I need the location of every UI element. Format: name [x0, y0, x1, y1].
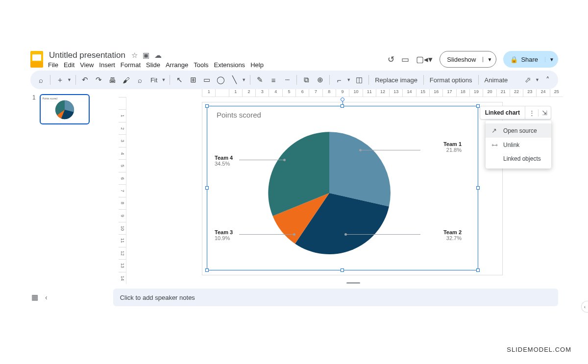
unlink-chain-icon: ⧟: [491, 141, 498, 148]
star-icon[interactable]: ☆: [131, 51, 138, 60]
line-icon[interactable]: ╲: [229, 73, 240, 86]
slide-thumbnail[interactable]: Points scored: [40, 94, 90, 124]
collapse-icon[interactable]: ˄: [542, 73, 553, 86]
comment-add-icon[interactable]: ⊕: [315, 73, 325, 86]
zoom-select[interactable]: Fit: [148, 76, 159, 84]
rotate-handle[interactable]: [341, 97, 344, 101]
slideshow-dropdown[interactable]: ▼: [483, 57, 496, 62]
menu-slide[interactable]: Slide: [146, 61, 160, 69]
border-color-icon[interactable]: ✎: [254, 73, 265, 86]
crop-icon[interactable]: ⌐: [334, 73, 344, 86]
menu-help[interactable]: Help: [250, 61, 264, 69]
menu-unlink[interactable]: ⧟Unlink: [486, 138, 551, 152]
slides-logo[interactable]: [30, 51, 43, 68]
more-icon[interactable]: ⋮: [525, 109, 538, 117]
resize-handle[interactable]: [476, 186, 480, 190]
side-panel-toggle[interactable]: ‹: [581, 301, 588, 313]
resize-handle[interactable]: [341, 268, 344, 272]
select-icon[interactable]: ↖: [174, 73, 185, 86]
new-slide-icon[interactable]: ＋: [54, 73, 65, 86]
history-icon[interactable]: ↺: [388, 54, 394, 65]
notes-drag-handle[interactable]: [346, 282, 360, 284]
linked-chart-chip[interactable]: Linked chart ⋮ ⇲: [480, 106, 551, 120]
mask-icon[interactable]: ◫: [354, 73, 365, 86]
pie-chart[interactable]: [266, 129, 393, 257]
toolbar: ⌕ ＋▼ ↶ ↷ 🖶 🖌 ⌕ Fit▼ ↖ ⊞ ▭ ◯ ╲▼ ✎ ≡ ┄ ⧉ ⊕…: [30, 71, 558, 89]
border-dash-icon[interactable]: ┄: [282, 73, 293, 86]
meet-icon[interactable]: ▢◂▾: [416, 54, 433, 65]
unlink-icon[interactable]: ⇲: [538, 109, 551, 117]
resize-handle[interactable]: [205, 104, 209, 108]
search-icon[interactable]: ⌕: [35, 73, 46, 86]
label-team3: Team 3 10.9%: [215, 229, 254, 241]
replace-image-button[interactable]: Replace image: [373, 76, 419, 84]
slide-number: 1: [32, 94, 36, 284]
label-team2: Team 2 32.7%: [422, 229, 462, 241]
shape-icon[interactable]: ◯: [215, 73, 226, 86]
comment-icon[interactable]: ▭: [401, 54, 409, 65]
resize-handle[interactable]: [205, 186, 209, 190]
chart-title: Points scored: [217, 111, 261, 119]
menu-insert[interactable]: Insert: [99, 61, 115, 69]
thumbnail-chart: [55, 100, 74, 120]
menu-view[interactable]: View: [80, 61, 94, 69]
menu-arrange[interactable]: Arrange: [166, 61, 188, 69]
cloud-icon[interactable]: ☁: [154, 51, 162, 60]
menu-tools[interactable]: Tools: [194, 61, 208, 69]
resize-handle[interactable]: [476, 268, 480, 272]
animate-button[interactable]: Animate: [483, 76, 510, 84]
share-button[interactable]: 🔒Share ▼: [503, 51, 558, 68]
doc-title[interactable]: Untitled presentation: [48, 50, 126, 60]
linked-chart-menu: ↗Open source ⧟Unlink Linked objects: [486, 121, 551, 169]
resize-handle[interactable]: [205, 268, 209, 272]
label-team1: Team 1 21.8%: [422, 141, 462, 153]
ruler-horizontal: 1123456789101112131415161718192021222324…: [202, 89, 563, 97]
slideshow-button[interactable]: Slideshow ▼: [440, 51, 496, 68]
grid-view-icon[interactable]: ▦: [31, 293, 38, 302]
image-icon[interactable]: ▭: [201, 73, 212, 86]
format-options-button[interactable]: Format options: [428, 76, 474, 84]
menu-format[interactable]: Format: [121, 61, 141, 69]
resize-handle[interactable]: [476, 104, 480, 108]
label-team4: Team 4 34.5%: [215, 155, 254, 167]
redo-icon[interactable]: ↷: [94, 73, 104, 86]
textbox-icon[interactable]: ⊞: [188, 73, 198, 86]
lock-icon: 🔒: [510, 56, 518, 63]
zoom-icon[interactable]: ⌕: [135, 73, 146, 86]
paint-format-icon[interactable]: 🖌: [121, 73, 132, 86]
menu-open-source[interactable]: ↗Open source: [486, 123, 551, 138]
menu-linked-objects[interactable]: Linked objects: [486, 152, 551, 166]
ruler-vertical: 1234567891011121314: [119, 97, 126, 284]
link-icon[interactable]: ⧉: [301, 73, 312, 86]
undo-icon[interactable]: ↶: [80, 73, 91, 86]
menu-extensions[interactable]: Extensions: [214, 61, 245, 69]
collapse-filmstrip-icon[interactable]: ‹: [45, 293, 48, 301]
menu-edit[interactable]: Edit: [64, 61, 74, 69]
move-icon[interactable]: ▣: [143, 51, 149, 60]
speaker-notes[interactable]: Click to add speaker notes: [113, 289, 558, 306]
share-dropdown[interactable]: ▼: [545, 57, 558, 62]
menu-file[interactable]: File: [48, 61, 58, 69]
open-icon: ↗: [491, 127, 498, 134]
menu-bar: File Edit View Insert Format Slide Arran…: [48, 61, 264, 69]
watermark: SLIDEMODEL.COM: [507, 346, 571, 353]
print-icon[interactable]: 🖶: [107, 73, 118, 86]
border-weight-icon[interactable]: ≡: [268, 73, 279, 86]
resize-handle[interactable]: [341, 104, 344, 108]
pointer-icon[interactable]: ⬀: [522, 73, 533, 86]
